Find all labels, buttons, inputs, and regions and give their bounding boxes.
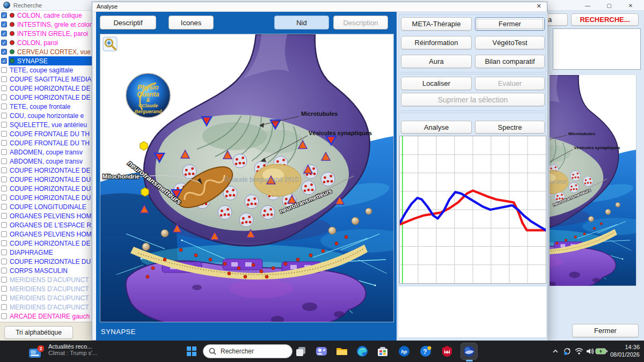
minimize-button[interactable]: — <box>580 1 596 10</box>
item-checkbox[interactable] <box>1 295 7 301</box>
edge-icon[interactable] <box>355 344 369 358</box>
list-item[interactable]: ABDOMEN, coupe transv <box>0 147 92 157</box>
battery-icon[interactable] <box>595 344 609 358</box>
item-checkbox[interactable] <box>1 131 7 137</box>
list-item[interactable]: SQUELETTE, vue antérieu <box>0 120 92 129</box>
meta-therapie-button[interactable]: META-Thérapie <box>401 17 472 31</box>
analyse-button[interactable]: Analyse <box>401 121 472 134</box>
physioscan-app-icon[interactable] <box>460 343 478 360</box>
item-checkbox[interactable] <box>1 21 7 27</box>
list-item[interactable]: COUPE LONGITUDINALE <box>0 202 92 211</box>
start-button[interactable] <box>185 344 199 358</box>
file-explorer-icon[interactable] <box>335 344 349 358</box>
item-checkbox[interactable] <box>1 167 7 173</box>
item-checkbox[interactable] <box>1 113 7 119</box>
item-checkbox[interactable] <box>1 76 7 82</box>
item-checkbox[interactable] <box>1 85 7 91</box>
item-checkbox[interactable] <box>1 304 7 310</box>
item-checkbox[interactable] <box>1 176 7 182</box>
nid-button[interactable]: Nid <box>274 16 329 29</box>
item-checkbox[interactable] <box>1 140 7 146</box>
item-checkbox[interactable] <box>1 31 7 36</box>
list-item[interactable]: COUPE HORIZONTALE DU <box>0 257 92 266</box>
descriptif-button[interactable]: Descriptif <box>100 16 156 29</box>
list-item[interactable]: INTESTINS, grele et colon <box>0 20 92 29</box>
localiser-button[interactable]: Localiser <box>401 77 472 90</box>
item-checkbox[interactable] <box>1 268 7 274</box>
list-item[interactable]: COUPE FRONTALE DU TH <box>0 138 92 147</box>
widgets-icon[interactable]: 2 <box>28 345 44 358</box>
list-item[interactable]: MERIDIENS D'ACUPUNCT <box>0 293 92 302</box>
item-checkbox[interactable] <box>1 40 7 46</box>
store-icon[interactable] <box>376 344 390 358</box>
close-button[interactable]: ✕ <box>623 1 639 10</box>
item-checkbox[interactable] <box>1 195 7 201</box>
assistance-icon[interactable]: ? <box>419 344 433 358</box>
item-checkbox[interactable] <box>1 122 7 128</box>
anatomy-list[interactable]: COLON, cadre coliqueINTESTINS, grele et … <box>0 11 92 322</box>
supprimer-selection-button[interactable]: Suprimer la sélection <box>401 93 545 106</box>
list-item[interactable]: COUPE HORIZONTALE DE <box>0 239 92 248</box>
list-item[interactable]: ABDOMEN, coupe transv <box>0 157 92 166</box>
results-list-empty[interactable] <box>553 28 641 70</box>
item-checkbox[interactable] <box>1 186 7 191</box>
list-item[interactable]: TETE, coupe sagittale <box>0 65 92 75</box>
list-item[interactable]: COUPE SAGITTALE MEDIA <box>0 75 92 84</box>
list-item[interactable]: COUPE HORIZONTALE DU <box>0 175 92 184</box>
reinformation-button[interactable]: Réinformation <box>401 36 472 49</box>
item-checkbox[interactable] <box>1 213 7 219</box>
recherche-button[interactable]: RECHERCHE... <box>571 13 639 26</box>
spectrum-chart[interactable] <box>399 136 546 284</box>
item-checkbox[interactable] <box>1 58 7 64</box>
list-item[interactable]: COUPE FRONTALE DU TH <box>0 129 92 138</box>
item-checkbox[interactable] <box>1 313 7 319</box>
list-item[interactable]: COUPE HORIZONTALE DU <box>0 193 92 202</box>
item-checkbox[interactable] <box>1 67 7 73</box>
task-view-icon[interactable] <box>294 344 308 358</box>
icones-button[interactable]: Icones <box>169 16 214 29</box>
list-item[interactable]: ORGANES DE L'ESPACE R <box>0 220 92 230</box>
evaluer-button[interactable]: Evaluer <box>475 77 545 90</box>
item-checkbox[interactable] <box>1 94 7 100</box>
taskbar-clock[interactable]: 14:36 08/01/2026 <box>610 343 640 358</box>
list-item[interactable]: SYNAPSE <box>0 56 92 65</box>
list-item[interactable]: COUPE HORIZONTALE DE <box>0 166 92 175</box>
synapse-image[interactable]: Microtubules Vésicules synaptiques Mitoc… <box>100 34 394 322</box>
list-item[interactable]: COUPE HORIZONTALE DE <box>0 84 92 93</box>
item-checkbox[interactable] <box>1 277 7 283</box>
sort-alphabetical-button[interactable]: Tri alphabétique <box>4 326 73 339</box>
list-item[interactable]: COUPE HORIZONTALE DE <box>0 93 92 102</box>
list-item[interactable]: MERIDIENS D'ACUPUNCT <box>0 284 92 293</box>
item-checkbox[interactable] <box>1 286 7 292</box>
item-checkbox[interactable] <box>1 249 7 255</box>
mcafee-icon[interactable] <box>440 344 454 358</box>
item-checkbox[interactable] <box>1 158 7 164</box>
list-item[interactable]: COLON, cadre colique <box>0 11 92 20</box>
list-item[interactable]: ORGANES PELVIENS HOM <box>0 211 92 220</box>
item-checkbox[interactable] <box>1 149 7 155</box>
item-checkbox[interactable] <box>1 104 7 109</box>
maximize-button[interactable]: ▢ <box>601 1 617 10</box>
spectre-button[interactable]: Spectre <box>475 121 545 134</box>
taskbar-search[interactable]: Rechercher <box>203 344 292 358</box>
partial-button[interactable]: a <box>544 13 568 26</box>
list-item[interactable]: COUPE HORIZONTALE DU <box>0 184 92 193</box>
fermer-button[interactable]: Fermer <box>475 17 545 31</box>
item-checkbox[interactable] <box>1 258 7 264</box>
list-item[interactable]: DIAPHRAGME <box>0 248 92 257</box>
list-item[interactable]: TETE, coupe frontale <box>0 102 92 111</box>
list-item[interactable]: MERIDIENS D'ACUPUNCT <box>0 275 92 284</box>
item-checkbox[interactable] <box>1 204 7 210</box>
zoom-icon[interactable] <box>103 37 117 51</box>
aura-button[interactable]: Aura <box>401 55 472 68</box>
vegetotest-button[interactable]: VégétoTest <box>475 36 545 49</box>
bg-fermer-button[interactable]: Fermer <box>572 324 639 337</box>
item-checkbox[interactable] <box>1 49 7 55</box>
hp-icon[interactable]: hp <box>397 344 411 358</box>
bilan-comparatif-button[interactable]: Bilan comparatif <box>475 55 545 68</box>
list-item[interactable]: ARCADE DENTAIRE gauch <box>0 312 92 321</box>
item-checkbox[interactable] <box>1 240 7 246</box>
description-button[interactable]: Description <box>333 16 388 29</box>
item-checkbox[interactable] <box>1 231 7 237</box>
list-item[interactable]: COLON, paroi <box>0 38 92 47</box>
